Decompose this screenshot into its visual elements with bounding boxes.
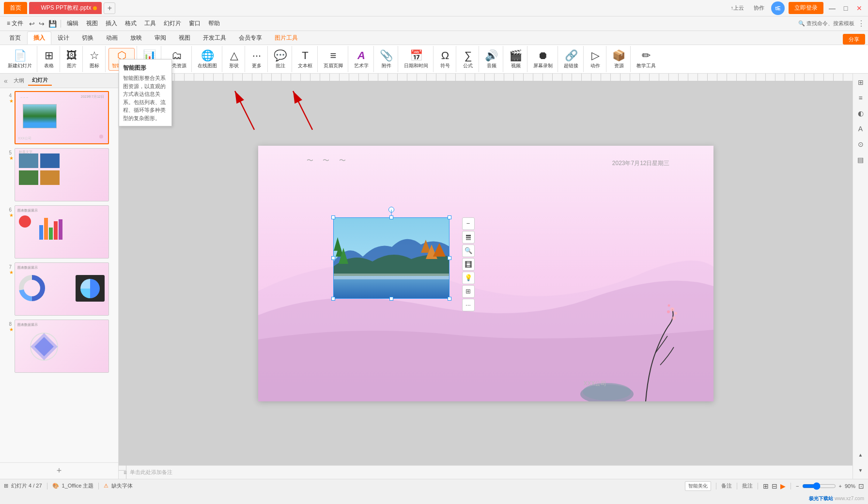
float-btn-more[interactable]: ··· xyxy=(462,299,475,311)
tab-insert[interactable]: 插入 xyxy=(27,31,51,45)
right-btn-4[interactable]: A xyxy=(854,122,868,136)
more-btn[interactable]: ··· 更多 xyxy=(248,48,265,70)
slide-item-4[interactable]: 4 ★ 2023年7月12日 ~ ~ ~ XXX公司 xyxy=(2,90,116,145)
float-btn-crop[interactable] xyxy=(462,258,475,271)
handle-tl[interactable] xyxy=(331,215,335,219)
art-text-btn[interactable]: A 艺术字 xyxy=(351,48,372,70)
collab-btn[interactable]: 协作 xyxy=(751,3,767,13)
float-btn-zoom[interactable]: 🔍 xyxy=(462,244,475,257)
handle-tr[interactable] xyxy=(448,215,451,219)
menu-format[interactable]: 格式 xyxy=(121,18,140,29)
tab-home[interactable]: 首页 xyxy=(4,2,27,14)
hyperlink-btn[interactable]: 🔗 超链接 xyxy=(561,48,581,70)
add-slide-btn[interactable]: + xyxy=(0,462,118,479)
slide-item-6[interactable]: 6 ★ 图表数据展示 xyxy=(2,204,116,260)
win-close[interactable]: ✕ xyxy=(854,3,864,13)
selected-image-container[interactable]: − 🔍 💡 ⊞ ··· xyxy=(333,217,450,299)
menu-redo[interactable]: ↪ xyxy=(37,19,46,29)
tab-design[interactable]: 设计 xyxy=(51,31,76,45)
view-list[interactable]: ⊟ xyxy=(772,482,777,490)
menu-window[interactable]: 窗口 xyxy=(185,18,204,29)
view-normal[interactable]: ⊞ xyxy=(763,482,769,490)
shape-btn[interactable]: △ 形状 xyxy=(225,48,243,70)
search-command[interactable]: 🔍 查找命令、搜索模板 xyxy=(798,20,854,27)
textbox-btn[interactable]: T 文本框 xyxy=(295,48,315,70)
float-btn-minus[interactable]: − xyxy=(462,217,475,230)
zoom-in[interactable]: + xyxy=(839,483,842,489)
handle-bc[interactable] xyxy=(389,297,393,301)
panel-tab-slides[interactable]: 幻灯片 xyxy=(28,76,52,86)
menu-tools[interactable]: 工具 xyxy=(140,18,160,29)
new-slide-btn[interactable]: 📄 新建幻灯片 xyxy=(5,48,35,70)
right-btn-3[interactable]: ◐ xyxy=(854,107,868,120)
menu-slide[interactable]: 幻灯片 xyxy=(160,18,185,29)
tab-slideshow[interactable]: 放映 xyxy=(124,31,148,45)
header-footer-btn[interactable]: ≡ 页眉页脚 xyxy=(321,48,346,70)
audio-btn[interactable]: 🔊 音频 xyxy=(482,48,501,70)
menu-edit[interactable]: 编辑 xyxy=(63,18,82,29)
handle-ml[interactable] xyxy=(331,256,335,260)
menu-insert[interactable]: 插入 xyxy=(102,18,121,29)
screen-record-btn[interactable]: ⏺ 屏幕录制 xyxy=(530,48,556,70)
float-btn-layers[interactable] xyxy=(462,231,475,244)
float-btn-style[interactable]: 💡 xyxy=(462,272,475,284)
tab-image-tools[interactable]: 图片工具 xyxy=(268,31,304,45)
tab-homepage[interactable]: 首页 xyxy=(3,31,27,45)
handle-mr[interactable] xyxy=(448,256,451,260)
win-maximize[interactable]: □ xyxy=(841,3,851,13)
right-btn-6[interactable]: ▤ xyxy=(854,153,868,167)
right-scroll-down[interactable]: ▼ xyxy=(854,463,868,477)
symbol-btn[interactable]: Ω 符号 xyxy=(436,48,454,70)
tab-member[interactable]: 会员专享 xyxy=(232,31,268,45)
login-btn[interactable]: 立即登录 xyxy=(789,2,823,14)
tab-view[interactable]: 视图 xyxy=(172,31,197,45)
online-image-btn[interactable]: 🌐 在线图图 xyxy=(195,48,220,70)
menu-save[interactable]: 💾 xyxy=(46,19,59,29)
comment-btn[interactable]: 批注 xyxy=(742,482,753,489)
share-button[interactable]: 分享 xyxy=(843,34,865,45)
zoom-out[interactable]: − xyxy=(796,483,799,489)
add-tab-btn[interactable]: + xyxy=(104,2,115,14)
slide-item-5[interactable]: 5 ★ 标题文字 xyxy=(2,147,116,202)
image-btn[interactable]: 🖼 图片 xyxy=(63,48,80,70)
notes-btn[interactable]: 备注 xyxy=(721,482,732,489)
notes-btn[interactable]: 💬 批注 xyxy=(271,48,290,70)
collapse-btn[interactable]: « xyxy=(4,77,8,85)
formula-btn[interactable]: ∑ 公式 xyxy=(459,48,477,70)
fit-btn[interactable]: ⊡ xyxy=(858,482,864,490)
right-btn-2[interactable]: ≡ xyxy=(854,91,868,105)
slide-item-7[interactable]: 7 ★ 图表数据展示 xyxy=(2,261,116,317)
table-btn[interactable]: ⊞ 表格 xyxy=(40,48,58,70)
canvas-wrapper[interactable]: 〜 〜 〜 2023年7月12日星期三 xyxy=(119,81,852,465)
tab-transition[interactable]: 切换 xyxy=(76,31,100,45)
video-btn[interactable]: 🎬 视频 xyxy=(506,48,525,70)
float-btn-layout[interactable]: ⊞ xyxy=(462,285,475,298)
zoom-slider[interactable] xyxy=(802,483,836,489)
menu-help[interactable]: 帮助 xyxy=(204,18,224,29)
handle-tc[interactable] xyxy=(389,215,393,219)
notes-area[interactable]: ≡ 单击此处添加备注 xyxy=(119,465,852,479)
tab-animation[interactable]: 动画 xyxy=(100,31,124,45)
menu-undo[interactable]: ↩ xyxy=(27,19,37,29)
right-btn-1[interactable]: ⊞ xyxy=(854,76,868,89)
datetime-btn[interactable]: 📅 日期和时间 xyxy=(401,48,431,70)
tab-review[interactable]: 审阅 xyxy=(148,31,172,45)
tab-devtools[interactable]: 开发工具 xyxy=(197,31,232,45)
slide-item-8[interactable]: 8 ★ 图表数据展示 xyxy=(2,319,116,374)
action-btn[interactable]: ▷ 动作 xyxy=(587,48,604,70)
right-btn-5[interactable]: ⊙ xyxy=(854,137,868,151)
attach-btn[interactable]: 📎 附件 xyxy=(377,48,396,70)
cloud-save[interactable]: ↑上云 xyxy=(728,3,747,13)
handle-bl[interactable] xyxy=(331,297,335,301)
handle-br[interactable] xyxy=(448,297,451,301)
tab-file[interactable]: W WPS PPT教程.pptx xyxy=(29,2,102,14)
view-play[interactable]: ▶ xyxy=(780,482,786,490)
menu-file[interactable]: ≡ 文件 xyxy=(3,18,27,29)
menu-extra[interactable]: ⋮ xyxy=(857,19,865,28)
resource-btn[interactable]: 📦 资源 xyxy=(609,48,628,70)
win-minimize[interactable]: — xyxy=(827,3,837,13)
panel-tab-outline[interactable]: 大纲 xyxy=(10,76,28,85)
icon-btn[interactable]: ☆ 图标 xyxy=(86,48,103,70)
right-scroll-up[interactable]: ▲ xyxy=(854,448,868,461)
smart-btn[interactable]: 智能美化 xyxy=(685,481,711,491)
